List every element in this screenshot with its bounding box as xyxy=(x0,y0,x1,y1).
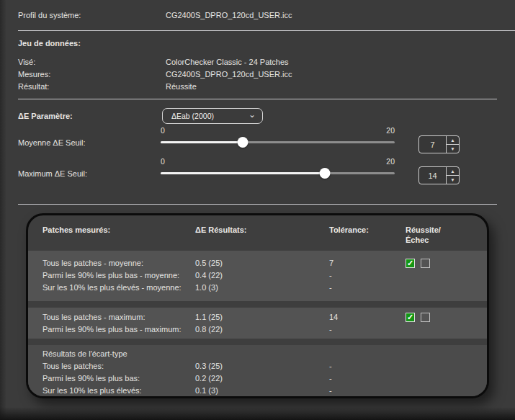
slider-thumb[interactable] xyxy=(319,168,330,179)
max-threshold-spinner[interactable]: 14 ▲ ▼ xyxy=(418,166,460,184)
mean-threshold-slider[interactable]: 0 20 xyxy=(161,126,395,145)
result-value: Réussite xyxy=(166,82,197,91)
row-de-value: 1.1 (25) xyxy=(195,311,329,323)
divider xyxy=(18,99,497,99)
fail-checkbox[interactable] xyxy=(421,259,430,268)
row-label: Parmi les 90% les plus bas - moyenne: xyxy=(42,269,195,282)
row-tolerance-value: - xyxy=(329,282,406,294)
row-de-value: 1.0 (3) xyxy=(195,282,329,294)
slider-track[interactable] xyxy=(161,141,395,143)
row-de-value: 0.5 (25) xyxy=(195,257,329,269)
column-header-passfail-line2: Échec xyxy=(406,236,429,244)
arrow-up-icon: ▲ xyxy=(450,138,454,143)
window-bottom-shadow xyxy=(0,407,515,420)
table-row: Parmi les 90% les plus bas: 0.2 (22) - xyxy=(28,372,487,385)
row-tolerance-value: - xyxy=(329,372,406,385)
spinner-up-button[interactable]: ▲ xyxy=(447,167,459,175)
delta-e-parameter-label: ΔE Paramètre: xyxy=(18,112,73,120)
row-label: Tous les patches - maximum: xyxy=(42,311,195,323)
slider-min-label: 0 xyxy=(161,126,165,135)
max-threshold-value[interactable]: 14 xyxy=(419,167,446,184)
row-label: Parmi les 90% les plus bas - maximum: xyxy=(42,323,195,336)
pass-checkbox[interactable]: ✓ xyxy=(406,313,415,322)
max-threshold-label: Maximum ΔE Seuil: xyxy=(18,169,87,178)
spinner-down-button[interactable]: ▼ xyxy=(447,144,459,153)
row-de-value: 0.1 (3) xyxy=(195,385,329,397)
divider xyxy=(18,204,497,205)
arrow-down-icon: ▼ xyxy=(450,146,454,151)
delta-e-parameter-selected-value: ΔEab (2000) xyxy=(171,112,214,120)
row-label: Tous les patches: xyxy=(42,360,195,372)
column-header-tolerance: Tolérance: xyxy=(329,225,369,234)
row-tolerance-value: 7 xyxy=(329,257,406,269)
table-row: Parmi les 90% les plus bas - maximum: 0.… xyxy=(28,323,487,336)
table-row: Sur les 10% les plus élevés - moyenne: 1… xyxy=(28,282,487,294)
check-icon: ✓ xyxy=(407,313,413,321)
passfail-checkboxes: ✓ xyxy=(406,257,487,269)
result-label: Résultat: xyxy=(18,82,49,91)
dataset-section-title: Jeu de données: xyxy=(18,39,81,48)
row-de-value: 0.2 (22) xyxy=(195,372,329,385)
window-left-shadow xyxy=(0,0,6,420)
pass-checkbox[interactable]: ✓ xyxy=(406,259,415,268)
row-de-value: 0.3 (25) xyxy=(195,360,329,372)
slider-thumb[interactable] xyxy=(237,137,248,148)
target-value: ColorChecker Classic - 24 Patches xyxy=(166,58,289,66)
row-label: Sur les 10% les plus élevés - moyenne: xyxy=(42,282,195,294)
row-label: Parmi les 90% les plus bas: xyxy=(42,372,195,385)
slider-max-label: 20 xyxy=(386,126,395,135)
row-tolerance-value: - xyxy=(329,323,406,336)
row-de-value: 0.8 (22) xyxy=(195,323,329,336)
slider-max-label: 20 xyxy=(386,157,395,166)
table-row: Tous les patches - maximum: 1.1 (25) 14 … xyxy=(28,311,487,323)
slider-track[interactable] xyxy=(161,172,395,174)
column-header-patches: Patches mesurés: xyxy=(42,225,110,234)
results-group-mean: Tous les patches - moyenne: 0.5 (25) 7 ✓… xyxy=(28,251,487,301)
measures-value: CG2400S_DPRO_120cd_USER.icc xyxy=(166,70,292,79)
arrow-down-icon: ▼ xyxy=(450,177,454,182)
divider xyxy=(18,30,515,31)
system-profile-value: CG2400S_DPRO_120cd_USER.icc xyxy=(166,11,292,19)
slider-min-label: 0 xyxy=(161,157,165,166)
delta-e-parameter-dropdown[interactable]: ΔEab (2000) ⌄ xyxy=(162,108,263,124)
row-tolerance-value: - xyxy=(329,360,406,372)
target-label: Visé: xyxy=(18,58,35,66)
slider-fill xyxy=(161,172,325,174)
passfail-checkboxes: ✓ xyxy=(406,311,487,323)
results-group-stddev: Résultats de l'écart-type Tous les patch… xyxy=(28,345,487,396)
row-label: Sur les 10% les plus élevés: xyxy=(42,385,195,397)
table-row: Parmi les 90% les plus bas - moyenne: 0.… xyxy=(28,269,487,282)
mean-threshold-label: Moyenne ΔE Seuil: xyxy=(18,138,86,147)
table-row: Tous les patches - moyenne: 0.5 (25) 7 ✓ xyxy=(28,257,487,269)
fail-checkbox[interactable] xyxy=(421,313,430,322)
slider-fill xyxy=(161,141,243,143)
row-tolerance-value: 14 xyxy=(329,311,406,323)
group-title: Résultats de l'écart-type xyxy=(42,348,195,360)
arrow-up-icon: ▲ xyxy=(450,169,454,174)
max-threshold-slider[interactable]: 0 20 xyxy=(161,157,395,176)
system-profile-label: Profil du système: xyxy=(18,11,81,19)
spinner-up-button[interactable]: ▲ xyxy=(447,136,459,144)
table-row: Sur les 10% les plus élevés: 0.1 (3) - xyxy=(28,385,487,397)
results-panel: Patches mesurés: ΔE Résultats: Tolérance… xyxy=(26,213,489,398)
row-label: Tous les patches - moyenne: xyxy=(42,257,195,269)
column-header-passfail-line1: Réussite/ xyxy=(406,225,441,234)
table-row: Résultats de l'écart-type xyxy=(28,348,487,360)
row-tolerance-value: - xyxy=(329,269,406,282)
check-icon: ✓ xyxy=(407,259,413,267)
column-header-de-results: ΔE Résultats: xyxy=(195,225,246,234)
spinner-down-button[interactable]: ▼ xyxy=(447,175,459,184)
validation-report-screen: { "colors": { "pass_green": "#149614", "… xyxy=(0,0,515,420)
mean-threshold-value[interactable]: 7 xyxy=(419,136,446,153)
chevron-down-icon: ⌄ xyxy=(248,111,256,118)
results-group-max: Tous les patches - maximum: 1.1 (25) 14 … xyxy=(28,308,487,339)
row-tolerance-value: - xyxy=(329,385,406,397)
mean-threshold-spinner[interactable]: 7 ▲ ▼ xyxy=(418,135,460,153)
table-row: Tous les patches: 0.3 (25) - xyxy=(28,360,487,372)
row-de-value: 0.4 (22) xyxy=(195,269,329,282)
measures-label: Mesures: xyxy=(18,70,50,79)
